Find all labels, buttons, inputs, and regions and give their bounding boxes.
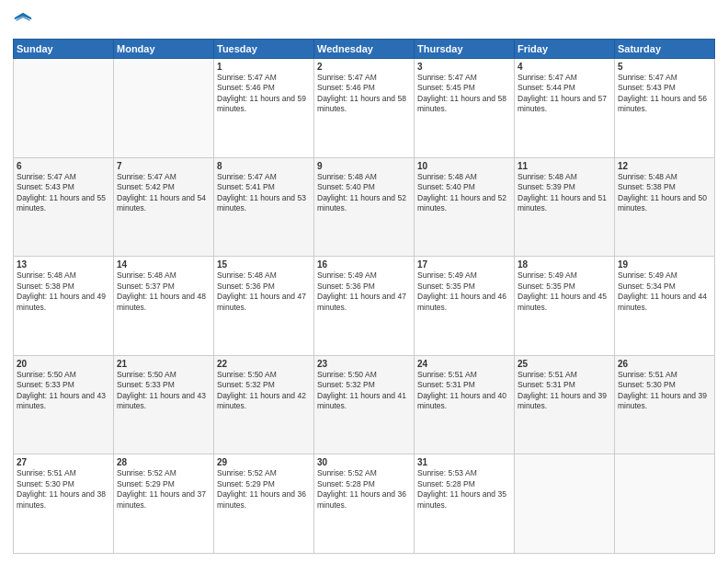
calendar-cell: 19Sunrise: 5:49 AMSunset: 5:34 PMDayligh… (615, 257, 715, 356)
day-info: Sunrise: 5:49 AMSunset: 5:35 PMDaylight:… (417, 270, 511, 313)
day-number: 26 (618, 359, 711, 369)
day-info: Sunrise: 5:47 AMSunset: 5:41 PMDaylight:… (217, 172, 311, 214)
day-info: Sunrise: 5:50 AMSunset: 5:33 PMDaylight:… (117, 370, 210, 412)
day-header-monday: Monday (114, 40, 214, 59)
calendar-cell (14, 59, 114, 158)
day-info: Sunrise: 5:50 AMSunset: 5:32 PMDaylight:… (317, 370, 411, 412)
calendar-cell: 14Sunrise: 5:48 AMSunset: 5:37 PMDayligh… (114, 257, 214, 356)
day-header-thursday: Thursday (415, 40, 515, 59)
day-number: 23 (317, 359, 411, 369)
calendar-cell: 6Sunrise: 5:47 AMSunset: 5:43 PMDaylight… (14, 157, 114, 257)
calendar-cell: 20Sunrise: 5:50 AMSunset: 5:33 PMDayligh… (14, 355, 114, 454)
logo-icon (13, 11, 33, 31)
day-info: Sunrise: 5:52 AMSunset: 5:29 PMDaylight:… (217, 468, 311, 511)
calendar-cell: 24Sunrise: 5:51 AMSunset: 5:31 PMDayligh… (415, 355, 515, 454)
day-info: Sunrise: 5:49 AMSunset: 5:35 PMDaylight:… (518, 270, 611, 313)
day-number: 22 (217, 359, 311, 369)
calendar-cell: 11Sunrise: 5:48 AMSunset: 5:39 PMDayligh… (515, 157, 615, 257)
day-info: Sunrise: 5:47 AMSunset: 5:42 PMDaylight:… (117, 172, 210, 214)
calendar-cell: 28Sunrise: 5:52 AMSunset: 5:29 PMDayligh… (114, 454, 214, 554)
calendar-cell: 13Sunrise: 5:48 AMSunset: 5:38 PMDayligh… (14, 257, 114, 356)
day-info: Sunrise: 5:53 AMSunset: 5:28 PMDaylight:… (417, 468, 511, 511)
day-info: Sunrise: 5:48 AMSunset: 5:39 PMDaylight:… (518, 172, 611, 214)
day-number: 16 (317, 259, 411, 270)
calendar-header-row: SundayMondayTuesdayWednesdayThursdayFrid… (14, 40, 715, 59)
day-number: 7 (117, 161, 210, 171)
day-number: 9 (317, 161, 411, 171)
day-info: Sunrise: 5:48 AMSunset: 5:38 PMDaylight:… (17, 270, 110, 313)
day-number: 8 (217, 161, 311, 171)
page: SundayMondayTuesdayWednesdayThursdayFrid… (0, 0, 728, 563)
calendar-cell: 4Sunrise: 5:47 AMSunset: 5:44 PMDaylight… (515, 59, 615, 158)
calendar-cell (615, 454, 715, 554)
calendar-cell: 12Sunrise: 5:48 AMSunset: 5:38 PMDayligh… (615, 157, 715, 257)
day-info: Sunrise: 5:47 AMSunset: 5:44 PMDaylight:… (518, 73, 611, 115)
day-info: Sunrise: 5:47 AMSunset: 5:45 PMDaylight:… (417, 73, 511, 115)
day-number: 14 (117, 259, 210, 270)
week-row-3: 13Sunrise: 5:48 AMSunset: 5:38 PMDayligh… (14, 257, 715, 356)
day-info: Sunrise: 5:51 AMSunset: 5:30 PMDaylight:… (618, 370, 711, 412)
day-info: Sunrise: 5:51 AMSunset: 5:31 PMDaylight:… (417, 370, 511, 412)
calendar-cell: 3Sunrise: 5:47 AMSunset: 5:45 PMDaylight… (415, 59, 515, 158)
calendar-cell: 30Sunrise: 5:52 AMSunset: 5:28 PMDayligh… (314, 454, 415, 554)
day-number: 19 (618, 259, 711, 270)
calendar-cell: 1Sunrise: 5:47 AMSunset: 5:46 PMDaylight… (214, 59, 314, 158)
calendar-cell: 10Sunrise: 5:48 AMSunset: 5:40 PMDayligh… (415, 157, 515, 257)
day-info: Sunrise: 5:51 AMSunset: 5:31 PMDaylight:… (518, 370, 611, 412)
day-number: 10 (417, 161, 511, 171)
day-number: 21 (117, 359, 210, 369)
calendar-cell: 22Sunrise: 5:50 AMSunset: 5:32 PMDayligh… (214, 355, 314, 454)
day-number: 27 (17, 457, 110, 467)
calendar-cell: 26Sunrise: 5:51 AMSunset: 5:30 PMDayligh… (615, 355, 715, 454)
day-number: 25 (518, 359, 611, 369)
day-header-wednesday: Wednesday (314, 40, 415, 59)
calendar-cell (515, 454, 615, 554)
week-row-2: 6Sunrise: 5:47 AMSunset: 5:43 PMDaylight… (14, 157, 715, 257)
day-info: Sunrise: 5:49 AMSunset: 5:36 PMDaylight:… (317, 270, 411, 313)
day-info: Sunrise: 5:48 AMSunset: 5:37 PMDaylight:… (117, 270, 210, 313)
day-number: 6 (17, 161, 110, 171)
day-number: 11 (518, 161, 611, 171)
day-header-tuesday: Tuesday (214, 40, 314, 59)
calendar-cell: 23Sunrise: 5:50 AMSunset: 5:32 PMDayligh… (314, 355, 415, 454)
day-info: Sunrise: 5:48 AMSunset: 5:38 PMDaylight:… (618, 172, 711, 214)
calendar-table: SundayMondayTuesdayWednesdayThursdayFrid… (13, 39, 715, 554)
week-row-5: 27Sunrise: 5:51 AMSunset: 5:30 PMDayligh… (14, 454, 715, 554)
day-header-friday: Friday (515, 40, 615, 59)
day-number: 15 (217, 259, 311, 270)
day-info: Sunrise: 5:50 AMSunset: 5:33 PMDaylight:… (17, 370, 110, 412)
calendar-cell: 16Sunrise: 5:49 AMSunset: 5:36 PMDayligh… (314, 257, 415, 356)
day-number: 18 (518, 259, 611, 270)
calendar-cell: 27Sunrise: 5:51 AMSunset: 5:30 PMDayligh… (14, 454, 114, 554)
day-info: Sunrise: 5:52 AMSunset: 5:29 PMDaylight:… (117, 468, 210, 511)
day-number: 12 (618, 161, 711, 171)
week-row-1: 1Sunrise: 5:47 AMSunset: 5:46 PMDaylight… (14, 59, 715, 158)
day-info: Sunrise: 5:47 AMSunset: 5:43 PMDaylight:… (17, 172, 110, 214)
calendar-cell: 15Sunrise: 5:48 AMSunset: 5:36 PMDayligh… (214, 257, 314, 356)
day-info: Sunrise: 5:50 AMSunset: 5:32 PMDaylight:… (217, 370, 311, 412)
day-number: 17 (417, 259, 511, 270)
day-number: 13 (17, 259, 110, 270)
day-number: 29 (217, 457, 311, 467)
day-number: 20 (17, 359, 110, 369)
day-number: 28 (117, 457, 210, 467)
calendar-cell: 25Sunrise: 5:51 AMSunset: 5:31 PMDayligh… (515, 355, 615, 454)
day-header-sunday: Sunday (14, 40, 114, 59)
calendar-cell: 18Sunrise: 5:49 AMSunset: 5:35 PMDayligh… (515, 257, 615, 356)
day-info: Sunrise: 5:51 AMSunset: 5:30 PMDaylight:… (17, 468, 110, 511)
calendar-cell: 31Sunrise: 5:53 AMSunset: 5:28 PMDayligh… (415, 454, 515, 554)
header (13, 11, 715, 31)
day-info: Sunrise: 5:47 AMSunset: 5:46 PMDaylight:… (317, 73, 411, 115)
day-number: 3 (417, 62, 511, 72)
calendar-cell: 7Sunrise: 5:47 AMSunset: 5:42 PMDaylight… (114, 157, 214, 257)
day-info: Sunrise: 5:47 AMSunset: 5:46 PMDaylight:… (217, 73, 311, 115)
day-info: Sunrise: 5:52 AMSunset: 5:28 PMDaylight:… (317, 468, 411, 511)
calendar-cell: 8Sunrise: 5:47 AMSunset: 5:41 PMDaylight… (214, 157, 314, 257)
day-number: 30 (317, 457, 411, 467)
calendar-cell: 9Sunrise: 5:48 AMSunset: 5:40 PMDaylight… (314, 157, 415, 257)
calendar-cell (114, 59, 214, 158)
day-number: 31 (417, 457, 511, 467)
week-row-4: 20Sunrise: 5:50 AMSunset: 5:33 PMDayligh… (14, 355, 715, 454)
day-number: 5 (618, 62, 711, 72)
day-number: 1 (217, 62, 311, 72)
